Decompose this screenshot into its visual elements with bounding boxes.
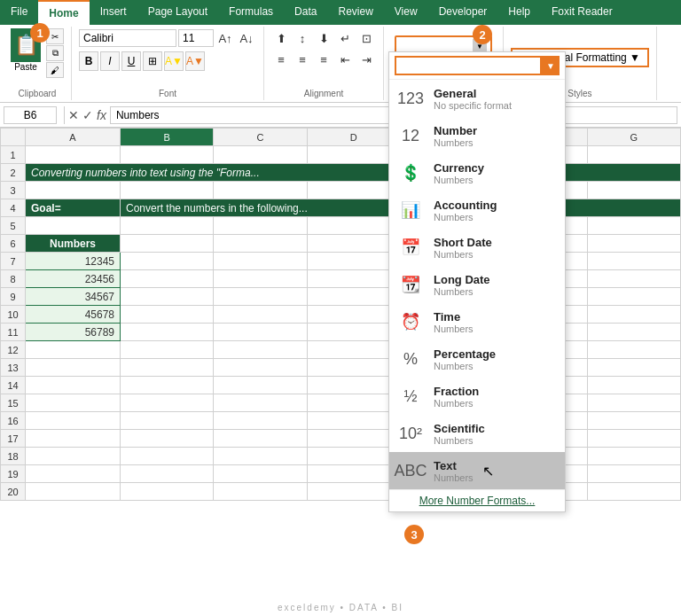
cell-19-1[interactable] [26, 465, 121, 483]
cell-7-2[interactable] [121, 253, 214, 270]
row-num-11[interactable]: 11 [1, 324, 26, 341]
cell-8-1[interactable]: 23456 [26, 270, 121, 288]
cell-16-4[interactable] [307, 412, 400, 430]
cell-15-3[interactable] [214, 394, 307, 412]
cell-8-7[interactable] [587, 270, 680, 288]
row-num-1[interactable]: 1 [1, 146, 26, 164]
cell-2-1[interactable]: Converting numbers into text using the "… [26, 164, 681, 182]
cell-19-2[interactable] [121, 465, 214, 483]
cell-reference-box[interactable] [4, 106, 57, 124]
cell-20-2[interactable] [121, 483, 214, 501]
cell-9-4[interactable] [307, 288, 400, 306]
cell-14-1[interactable] [26, 377, 121, 394]
cell-1-7[interactable] [587, 146, 680, 164]
cell-17-3[interactable] [214, 430, 307, 448]
confirm-formula-icon[interactable]: ✓ [82, 108, 93, 122]
cell-15-1[interactable] [26, 394, 121, 412]
font-size-input[interactable] [178, 29, 214, 47]
cancel-formula-icon[interactable]: ✕ [68, 108, 79, 122]
cell-19-4[interactable] [307, 465, 400, 483]
cell-11-3[interactable] [214, 324, 307, 341]
row-num-20[interactable]: 20 [1, 483, 26, 501]
cell-19-3[interactable] [214, 465, 307, 483]
cell-6-4[interactable] [307, 235, 400, 253]
cell-8-2[interactable] [121, 270, 214, 288]
cell-9-2[interactable] [121, 288, 214, 306]
dropdown-item-text[interactable]: ABCTextNumbers↖ [389, 452, 565, 489]
dropdown-item-fraction[interactable]: ½FractionNumbers [389, 378, 565, 415]
row-num-19[interactable]: 19 [1, 465, 26, 483]
dropdown-search-input[interactable] [395, 56, 542, 75]
dropdown-item-general[interactable]: 123GeneralNo specific format [389, 80, 565, 117]
cell-8-3[interactable] [214, 270, 307, 288]
cell-11-4[interactable] [307, 324, 400, 341]
row-num-15[interactable]: 15 [1, 394, 26, 412]
cell-1-1[interactable] [26, 146, 121, 164]
dropdown-item-currency[interactable]: 💲CurrencyNumbers [389, 154, 565, 191]
cell-14-2[interactable] [121, 377, 214, 394]
cell-18-2[interactable] [121, 448, 214, 465]
cell-11-2[interactable] [121, 324, 214, 341]
more-number-formats-link[interactable]: More Number Formats... [389, 489, 565, 511]
row-num-6[interactable]: 6 [1, 235, 26, 253]
cell-9-7[interactable] [587, 288, 680, 306]
cell-5-2[interactable] [121, 217, 214, 235]
format-painter-button[interactable]: 🖌 [46, 62, 64, 78]
row-num-9[interactable]: 9 [1, 288, 26, 306]
cell-6-2[interactable] [121, 235, 214, 253]
cell-1-4[interactable] [307, 146, 400, 164]
font-name-input[interactable] [79, 29, 176, 47]
cell-12-4[interactable] [307, 341, 400, 359]
number-format-input[interactable] [400, 40, 471, 52]
cell-14-3[interactable] [214, 377, 307, 394]
tab-help[interactable]: Help [497, 0, 541, 25]
dropdown-item-accounting[interactable]: 📊AccountingNumbers [389, 191, 565, 229]
cell-10-4[interactable] [307, 306, 400, 324]
tab-home[interactable]: Home [38, 0, 89, 25]
cell-20-3[interactable] [214, 483, 307, 501]
align-bottom-btn[interactable]: ⬇ [314, 28, 333, 48]
dropdown-item-short-date[interactable]: 📅Short DateNumbers [389, 229, 565, 266]
row-num-13[interactable]: 13 [1, 359, 26, 377]
tab-review[interactable]: Review [327, 0, 383, 25]
cell-14-7[interactable] [587, 377, 680, 394]
cell-5-7[interactable] [587, 217, 680, 235]
dropdown-item-percentage[interactable]: %PercentageNumbers [389, 340, 565, 378]
cell-19-7[interactable] [587, 465, 680, 483]
cell-12-2[interactable] [121, 341, 214, 359]
cell-15-2[interactable] [121, 394, 214, 412]
dropdown-item-scientific[interactable]: 10²ScientificNumbers [389, 415, 565, 452]
merge-btn[interactable]: ⊡ [356, 28, 376, 48]
cell-17-7[interactable] [587, 430, 680, 448]
cell-9-1[interactable]: 34567 [26, 288, 121, 306]
dropdown-item-time[interactable]: ⏰TimeNumbers [389, 303, 565, 340]
cell-9-3[interactable] [214, 288, 307, 306]
cell-12-3[interactable] [214, 341, 307, 359]
cell-4-1[interactable]: Goal= [26, 199, 121, 217]
col-header-C[interactable]: C [214, 129, 307, 146]
row-num-4[interactable]: 4 [1, 199, 26, 217]
row-num-12[interactable]: 12 [1, 341, 26, 359]
cell-7-3[interactable] [214, 253, 307, 270]
fill-color-button[interactable]: A▼ [164, 51, 184, 71]
cell-18-3[interactable] [214, 448, 307, 465]
tab-view[interactable]: View [384, 0, 428, 25]
cell-3-7[interactable] [587, 182, 680, 199]
cell-6-1[interactable]: Numbers [26, 235, 121, 253]
row-num-7[interactable]: 7 [1, 253, 26, 270]
row-num-5[interactable]: 5 [1, 217, 26, 235]
border-button[interactable]: ⊞ [143, 51, 162, 71]
cell-11-1[interactable]: 56789 [26, 324, 121, 341]
cell-3-4[interactable] [307, 182, 400, 199]
tab-formulas[interactable]: Formulas [218, 0, 284, 25]
italic-button[interactable]: I [100, 51, 120, 71]
cell-5-3[interactable] [214, 217, 307, 235]
cell-1-2[interactable] [121, 146, 214, 164]
row-num-2[interactable]: 2 [1, 164, 26, 182]
dropdown-item-long-date[interactable]: 📆Long DateNumbers [389, 266, 565, 303]
cell-20-4[interactable] [307, 483, 400, 501]
cell-16-3[interactable] [214, 412, 307, 430]
cell-3-1[interactable] [26, 182, 121, 199]
row-num-14[interactable]: 14 [1, 377, 26, 394]
font-color-button[interactable]: A▼ [185, 51, 205, 71]
